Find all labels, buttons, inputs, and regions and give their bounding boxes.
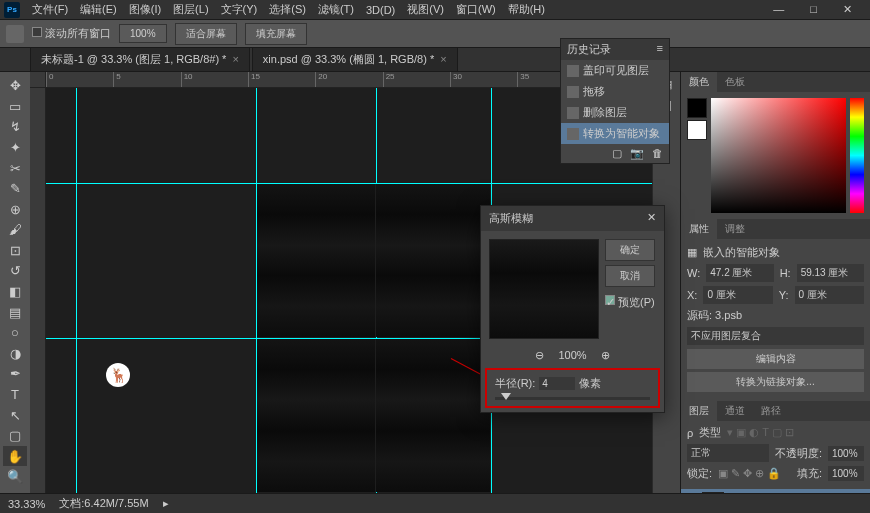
trash-icon[interactable]: 🗑	[652, 147, 663, 160]
width-field[interactable]: 47.2 厘米	[706, 264, 773, 282]
dodge-tool[interactable]: ◑	[3, 344, 27, 364]
stamp-tool[interactable]: ⊡	[3, 241, 27, 261]
type-tool[interactable]: T	[3, 385, 27, 405]
close-tab-icon[interactable]: ×	[232, 53, 238, 65]
minimize-button[interactable]: —	[767, 3, 790, 16]
fill-field[interactable]: 100%	[828, 466, 864, 481]
close-button[interactable]: ✕	[837, 3, 858, 16]
path-tool[interactable]: ↖	[3, 405, 27, 425]
blur-tool[interactable]: ○	[3, 323, 27, 343]
radius-input[interactable]	[539, 377, 575, 390]
gradient-tool[interactable]: ▤	[3, 302, 27, 322]
bg-color[interactable]	[687, 120, 707, 140]
status-bar: 33.33% 文档:6.42M/7.55M▸	[0, 493, 870, 513]
wand-tool[interactable]: ✦	[3, 138, 27, 158]
pen-tool[interactable]: ✒	[3, 364, 27, 384]
maximize-button[interactable]: □	[804, 3, 823, 16]
logo-badge: 🦌	[106, 363, 130, 387]
zoom-in-icon[interactable]: ⊕	[601, 349, 610, 362]
heal-tool[interactable]: ⊕	[3, 199, 27, 219]
radius-control: 半径(R): 像素	[485, 368, 660, 408]
y-field[interactable]: 0 厘米	[795, 286, 864, 304]
menu-view[interactable]: 视图(V)	[401, 2, 450, 17]
right-panels: 颜色 色板 属性 调整 ▦嵌入的智能对象 W:47.2 厘米H:59.13 厘米…	[680, 72, 870, 513]
menu-3d[interactable]: 3D(D)	[360, 4, 401, 16]
doc-tab-2[interactable]: xin.psd @ 33.3% (椭圆 1, RGB/8) *×	[252, 47, 458, 71]
options-bar: 滚动所有窗口 100% 适合屏幕 填充屏幕	[0, 20, 870, 48]
zoom-100-button[interactable]: 100%	[119, 24, 167, 43]
swatches-tab[interactable]: 色板	[717, 72, 753, 92]
move-tool[interactable]: ✥	[3, 76, 27, 96]
edit-content-button[interactable]: 编辑内容	[687, 349, 864, 369]
history-brush-tool[interactable]: ↺	[3, 261, 27, 281]
history-item[interactable]: 删除图层	[561, 102, 669, 123]
convert-link-button[interactable]: 转换为链接对象...	[687, 372, 864, 392]
hand-tool[interactable]: ✋	[3, 446, 27, 466]
menu-select[interactable]: 选择(S)	[263, 2, 312, 17]
scroll-all-checkbox[interactable]: 滚动所有窗口	[32, 26, 111, 41]
eraser-tool[interactable]: ◧	[3, 282, 27, 302]
color-tab[interactable]: 颜色	[681, 72, 717, 92]
tools-panel: ✥ ▭ ↯ ✦ ✂ ✎ ⊕ 🖌 ⊡ ↺ ◧ ▤ ○ ◑ ✒ T ↖ ▢ ✋ 🔍	[0, 72, 30, 513]
history-item[interactable]: 转换为智能对象	[561, 123, 669, 144]
app-logo: Ps	[4, 2, 20, 18]
opacity-field[interactable]: 100%	[828, 446, 864, 461]
layers-tab[interactable]: 图层	[681, 401, 717, 421]
history-item[interactable]: 盖印可见图层	[561, 60, 669, 81]
adjust-tab[interactable]: 调整	[717, 219, 753, 239]
dialog-close-icon[interactable]: ✕	[647, 211, 656, 226]
close-tab-icon[interactable]: ×	[440, 53, 446, 65]
marquee-tool[interactable]: ▭	[3, 97, 27, 117]
ok-button[interactable]: 确定	[605, 239, 655, 261]
properties-tab[interactable]: 属性	[681, 219, 717, 239]
menu-filter[interactable]: 滤镜(T)	[312, 2, 360, 17]
channels-tab[interactable]: 通道	[717, 401, 753, 421]
radius-label: 半径(R):	[495, 376, 535, 391]
guide[interactable]	[76, 88, 77, 513]
lasso-tool[interactable]: ↯	[3, 117, 27, 137]
menu-text[interactable]: 文字(Y)	[215, 2, 264, 17]
doc-tab-1[interactable]: 未标题-1 @ 33.3% (图层 1, RGB/8#) *×	[30, 47, 250, 71]
panel-menu-icon[interactable]: ≡	[657, 42, 663, 57]
camera-icon[interactable]: 📷	[630, 147, 644, 160]
height-field[interactable]: 59.13 厘米	[797, 264, 864, 282]
crop-tool[interactable]: ✂	[3, 158, 27, 178]
hue-slider[interactable]	[850, 98, 864, 213]
menu-edit[interactable]: 编辑(E)	[74, 2, 123, 17]
shape-tool[interactable]: ▢	[3, 426, 27, 446]
menu-help[interactable]: 帮助(H)	[502, 2, 551, 17]
properties-panel: ▦嵌入的智能对象 W:47.2 厘米H:59.13 厘米 X:0 厘米Y:0 厘…	[681, 239, 870, 401]
zoom-out-icon[interactable]: ⊖	[535, 349, 544, 362]
color-picker[interactable]	[711, 98, 846, 213]
paths-tab[interactable]: 路径	[753, 401, 789, 421]
current-tool-icon[interactable]	[6, 25, 24, 43]
blur-preview[interactable]	[489, 239, 599, 339]
ruler-vertical[interactable]	[30, 88, 46, 513]
menu-image[interactable]: 图像(I)	[123, 2, 167, 17]
layercomp-select[interactable]: 不应用图层复合	[687, 327, 864, 345]
fill-screen-button[interactable]: 填充屏幕	[245, 23, 307, 45]
radius-unit: 像素	[579, 376, 601, 391]
history-item[interactable]: 拖移	[561, 81, 669, 102]
menu-file[interactable]: 文件(F)	[26, 2, 74, 17]
menu-layer[interactable]: 图层(L)	[167, 2, 214, 17]
artwork-layer	[257, 339, 375, 492]
blend-mode[interactable]: 正常	[687, 444, 769, 462]
history-title: 历史记录	[567, 42, 611, 57]
fit-screen-button[interactable]: 适合屏幕	[175, 23, 237, 45]
x-field[interactable]: 0 厘米	[703, 286, 772, 304]
zoom-status[interactable]: 33.33%	[8, 498, 45, 510]
doc-status[interactable]: 文档:6.42M/7.55M	[59, 496, 148, 511]
gaussian-blur-dialog: 高斯模糊✕ 确定 取消 ✓预览(P) ⊖ 100% ⊕ 半径(R): 像素	[480, 205, 665, 413]
artwork-layer	[376, 339, 490, 492]
zoom-tool[interactable]: 🔍	[3, 467, 27, 487]
snapshot-icon[interactable]: ▢	[612, 147, 622, 160]
preview-checkbox[interactable]: ✓预览(P)	[605, 295, 655, 310]
fg-color[interactable]	[687, 98, 707, 118]
radius-slider[interactable]	[495, 397, 650, 400]
cancel-button[interactable]: 取消	[605, 265, 655, 287]
eyedropper-tool[interactable]: ✎	[3, 179, 27, 199]
menu-window[interactable]: 窗口(W)	[450, 2, 502, 17]
document-tabs: 未标题-1 @ 33.3% (图层 1, RGB/8#) *× xin.psd …	[0, 48, 870, 72]
brush-tool[interactable]: 🖌	[3, 220, 27, 240]
